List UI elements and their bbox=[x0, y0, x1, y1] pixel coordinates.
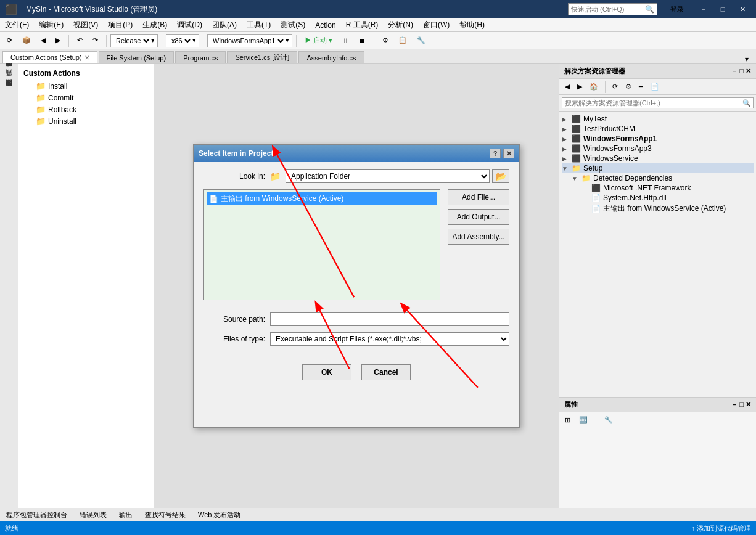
restore-button[interactable]: □ bbox=[714, 3, 731, 15]
source-path-input[interactable] bbox=[270, 312, 509, 326]
browse-folder-btn[interactable]: 📂 bbox=[492, 169, 509, 183]
platform-select[interactable]: x86 x64 bbox=[169, 36, 192, 45]
prop-alphabetical-btn[interactable]: 🔤 bbox=[576, 414, 591, 426]
toolbar-misc1[interactable]: ⚙ bbox=[378, 34, 393, 47]
ca-item-rollback[interactable]: 📁 Rollback bbox=[23, 104, 149, 115]
platform-dropdown[interactable]: x86 x64 ▾ bbox=[166, 34, 199, 47]
tab-custom-actions-close[interactable]: ✕ bbox=[84, 54, 89, 61]
prop-wrench-btn[interactable]: 🔧 bbox=[601, 414, 616, 426]
add-file-btn[interactable]: Add File... bbox=[448, 189, 509, 205]
tree-item-systemnethttp[interactable]: 📄 System.Net.Http.dll bbox=[562, 193, 754, 203]
toolbar-undo[interactable]: ↶ bbox=[73, 34, 87, 47]
ca-item-commit[interactable]: 📁 Commit bbox=[23, 92, 149, 104]
source-path-row: Source path: bbox=[203, 312, 509, 326]
bottom-tab-output[interactable]: 输出 bbox=[115, 510, 136, 520]
tree-item-winformsapp3[interactable]: ▶ ⬛ WindowsFormsApp3 bbox=[562, 144, 754, 153]
file-list[interactable]: 📄 主输出 from WindowsService (Active) bbox=[203, 189, 440, 300]
menu-help[interactable]: 帮助(H) bbox=[454, 18, 490, 31]
look-in-label: Look in: bbox=[203, 172, 265, 181]
menu-file[interactable]: 文件(F) bbox=[0, 18, 34, 31]
tree-item-setup[interactable]: ▼ 📁 Setup bbox=[562, 163, 754, 173]
toolbar-stop[interactable]: ⏹ bbox=[355, 34, 370, 47]
tree-item-main-output[interactable]: 📄 主输出 from WindowsService (Active) bbox=[562, 203, 754, 214]
rp-home-btn[interactable]: 🏠 bbox=[586, 81, 601, 92]
menu-window[interactable]: 窗口(W) bbox=[418, 18, 454, 31]
add-assembly-btn[interactable]: Add Assembly... bbox=[448, 229, 509, 245]
menu-rtools[interactable]: R 工具(R) bbox=[341, 18, 384, 31]
start-button[interactable]: ▶ 启动 ▾ bbox=[300, 34, 337, 47]
files-type-select[interactable]: Executable and Script Files (*.exe;*.dll… bbox=[270, 332, 509, 346]
project-dropdown[interactable]: WindowsFormsApp1 ▾ bbox=[207, 34, 292, 47]
rp-sync-btn[interactable]: ⟳ bbox=[609, 81, 621, 92]
toolbar-btn-3[interactable]: ◀ bbox=[36, 34, 50, 47]
tab-custom-actions[interactable]: Custom Actions (Setup) ✕ bbox=[2, 51, 97, 63]
close-button[interactable]: ✕ bbox=[734, 3, 751, 15]
config-dropdown[interactable]: Release Debug ▾ bbox=[110, 34, 158, 47]
menu-build[interactable]: 生成(B) bbox=[138, 18, 172, 31]
minimize-button[interactable]: － bbox=[694, 3, 712, 15]
ca-item-install[interactable]: 📁 Install bbox=[23, 80, 149, 92]
menu-debug[interactable]: 调试(D) bbox=[172, 18, 207, 31]
ca-item-uninstall[interactable]: 📁 Uninstall bbox=[23, 115, 149, 127]
toolbar-misc2[interactable]: 📋 bbox=[394, 34, 411, 47]
rp-forward-btn[interactable]: ▶ bbox=[574, 81, 585, 92]
rp-settings-btn[interactable]: ⚙ bbox=[622, 81, 635, 92]
solution-search-input[interactable] bbox=[562, 97, 754, 108]
project-select[interactable]: WindowsFormsApp1 bbox=[210, 36, 286, 45]
editor-area: Select Item in Project ? ✕ Look in: 📁 bbox=[154, 64, 559, 508]
menu-tools[interactable]: 工具(T) bbox=[242, 18, 276, 31]
file-list-item[interactable]: 📄 主输出 from WindowsService (Active) bbox=[207, 192, 437, 205]
menu-test[interactable]: 测试(S) bbox=[276, 18, 310, 31]
sidebar-toolbox[interactable]: 工具箱 bbox=[2, 76, 16, 86]
toolbar-pause[interactable]: ⏸ bbox=[338, 34, 353, 47]
menu-edit[interactable]: 编辑(E) bbox=[34, 18, 68, 31]
menu-team[interactable]: 团队(A) bbox=[207, 18, 242, 31]
tab-file-system[interactable]: File System (Setup) bbox=[99, 51, 175, 63]
tree-item-testprductchm[interactable]: ▶ ⬛ TestPrductCHM bbox=[562, 124, 754, 134]
toolbar-misc3[interactable]: 🔧 bbox=[413, 34, 430, 47]
tree-item-windowsservice[interactable]: ▶ ⬛ WindowsService bbox=[562, 153, 754, 163]
bottom-tab-package-manager[interactable]: 程序包管理器控制台 bbox=[2, 510, 71, 520]
tab-program-cs[interactable]: Program.cs bbox=[175, 51, 226, 63]
tree-item-winformsapp1[interactable]: ▶ ⬛ WindowsFormsApp1 bbox=[562, 134, 754, 144]
toolbar-redo[interactable]: ↷ bbox=[88, 34, 102, 47]
dialog-close-btn[interactable]: ✕ bbox=[503, 149, 514, 158]
login-button[interactable]: 登录 bbox=[665, 3, 689, 16]
config-select[interactable]: Release Debug bbox=[113, 36, 151, 45]
menu-project[interactable]: 项目(P) bbox=[103, 18, 138, 31]
toolbar-btn-2[interactable]: 📦 bbox=[18, 34, 35, 47]
rp-showfiles-btn[interactable]: 📄 bbox=[647, 81, 662, 92]
tab-overflow-btn[interactable]: ▾ bbox=[740, 55, 754, 63]
tree-item-dotnet-framework[interactable]: ⬛ Microsoft .NET Framework bbox=[562, 183, 754, 193]
toolbar-btn-4[interactable]: ▶ bbox=[51, 34, 65, 47]
toolbar: ⟳ 📦 ◀ ▶ ↶ ↷ Release Debug ▾ x86 x64 ▾ Wi… bbox=[0, 32, 756, 49]
bottom-tab-web-publish[interactable]: Web 发布活动 bbox=[194, 510, 244, 520]
tree-item-mytest[interactable]: ▶ ⬛ MyTest bbox=[562, 114, 754, 124]
cancel-button[interactable]: Cancel bbox=[361, 364, 411, 380]
tab-assemblyinfo[interactable]: AssemblyInfo.cs bbox=[298, 51, 364, 63]
prop-categorized-btn[interactable]: ⊞ bbox=[562, 414, 573, 426]
dotnet-icon: ⬛ bbox=[591, 184, 601, 192]
tab-service1[interactable]: Service1.cs [设计] bbox=[227, 51, 297, 63]
status-right[interactable]: ↑ 添加到源代码管理 bbox=[691, 524, 751, 533]
quick-search-input[interactable] bbox=[571, 6, 645, 13]
menu-action[interactable]: Action bbox=[310, 18, 340, 31]
project-icon-4: ⬛ bbox=[572, 144, 581, 153]
rp-collapse-btn[interactable]: ━ bbox=[636, 81, 646, 92]
add-output-btn[interactable]: Add Output... bbox=[448, 209, 509, 225]
bottom-tab-find-symbols[interactable]: 查找符号结果 bbox=[141, 510, 189, 520]
dialog-help-btn[interactable]: ? bbox=[490, 149, 501, 158]
toolbar-btn-1[interactable]: ⟳ bbox=[2, 34, 17, 47]
rp-back-btn[interactable]: ◀ bbox=[562, 81, 573, 92]
look-in-select[interactable]: Application Folder User Desktop User Pro… bbox=[286, 169, 490, 183]
bottom-tab-error-list[interactable]: 错误列表 bbox=[76, 510, 110, 520]
tree-item-detected-deps[interactable]: ▼ 📁 Detected Dependencies bbox=[562, 173, 754, 183]
menu-analyze[interactable]: 分析(N) bbox=[383, 18, 418, 31]
sidebar-team-explorer[interactable]: 团队资源管理器 bbox=[2, 86, 16, 96]
sidebar-server-explorer[interactable]: 服务器资源管理器 bbox=[2, 67, 16, 76]
properties-toolbar: ⊞ 🔤 🔧 bbox=[559, 412, 756, 428]
file-area-row: 📄 主输出 from WindowsService (Active) Add F… bbox=[203, 189, 509, 306]
ok-button[interactable]: OK bbox=[302, 364, 351, 380]
quick-search-box[interactable]: 🔍 bbox=[568, 3, 657, 15]
menu-view[interactable]: 视图(V) bbox=[68, 18, 103, 31]
